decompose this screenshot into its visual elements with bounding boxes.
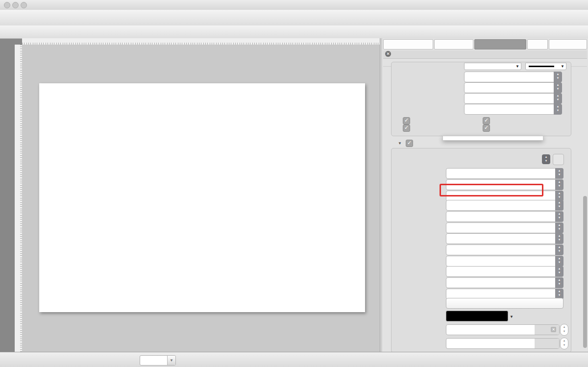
dropdown-arrow-icon: ▼ bbox=[515, 64, 519, 69]
maximize-window-icon[interactable] bbox=[21, 2, 27, 8]
line-swatch bbox=[529, 66, 554, 67]
stepper-icon bbox=[555, 200, 564, 211]
precision-stepper[interactable] bbox=[560, 338, 568, 349]
bottom-position-dropdown[interactable] bbox=[446, 277, 564, 288]
precision-input[interactable] bbox=[446, 338, 560, 349]
expression-button[interactable] bbox=[553, 154, 564, 165]
stepper-icon bbox=[554, 104, 562, 115]
stepper-icon bbox=[554, 93, 562, 104]
stepper-icon bbox=[555, 256, 564, 267]
close-panel-icon[interactable]: ✕ bbox=[385, 51, 391, 57]
item-properties-panel: ✕ ▼ ▼ ▼ bbox=[382, 38, 588, 352]
frame-style-dropdown[interactable]: ▼ bbox=[464, 63, 521, 70]
left-display-dropdown[interactable] bbox=[446, 168, 564, 179]
format-stepper-icon[interactable] bbox=[542, 154, 550, 164]
bottom-divisions-dropdown[interactable] bbox=[464, 104, 562, 115]
line-style-dropdown[interactable]: ▼ bbox=[525, 63, 566, 70]
stepper-icon bbox=[555, 222, 564, 233]
composer-window: { "titlebar": {"title": "Composer 1", "b… bbox=[0, 0, 588, 367]
top-display-dropdown[interactable] bbox=[446, 233, 564, 244]
custom-highlight-box bbox=[440, 184, 543, 196]
right-direction-dropdown[interactable] bbox=[446, 222, 564, 233]
top-direction-dropdown[interactable] bbox=[446, 256, 564, 267]
stepper-icon bbox=[555, 179, 564, 190]
bottom-side-checkbox[interactable] bbox=[483, 124, 490, 132]
atlas-toolbar bbox=[0, 25, 588, 39]
right-side-checkbox[interactable] bbox=[483, 117, 490, 124]
top-position-dropdown[interactable] bbox=[446, 245, 564, 255]
distance-input[interactable]: ✕ bbox=[446, 324, 560, 335]
font-color-swatch[interactable] bbox=[446, 311, 508, 321]
right-divisions-dropdown[interactable] bbox=[464, 82, 562, 93]
top-side-checkbox[interactable] bbox=[403, 124, 410, 132]
right-position-dropdown[interactable] bbox=[446, 211, 564, 222]
panel-scrollbar[interactable] bbox=[583, 196, 587, 348]
dropdown-arrow-icon: ▼ bbox=[167, 356, 175, 365]
collapse-arrow-icon[interactable]: ▼ bbox=[398, 141, 402, 146]
tab-atlas-generation[interactable] bbox=[383, 39, 433, 49]
stepper-icon bbox=[554, 82, 562, 93]
dropdown-arrow-icon: ▼ bbox=[561, 64, 564, 69]
tab-items[interactable] bbox=[527, 39, 548, 49]
composition-canvas[interactable] bbox=[22, 45, 380, 352]
bottom-display-dropdown[interactable] bbox=[446, 266, 564, 277]
composition-page[interactable] bbox=[39, 83, 365, 312]
format-menu bbox=[442, 136, 543, 141]
distance-stepper[interactable] bbox=[560, 324, 568, 336]
panel-tabs bbox=[383, 39, 587, 49]
stepper-icon bbox=[554, 72, 562, 82]
right-display-dropdown[interactable] bbox=[446, 200, 564, 211]
tab-composition[interactable] bbox=[434, 39, 473, 49]
tab-command-history[interactable] bbox=[549, 39, 587, 49]
statusbar: ▼ bbox=[0, 352, 588, 367]
left-side-checkbox[interactable] bbox=[403, 117, 410, 124]
minimize-window-icon[interactable] bbox=[12, 2, 19, 8]
stepper-icon bbox=[555, 233, 564, 244]
font-button[interactable] bbox=[446, 298, 564, 309]
main-toolbar bbox=[0, 10, 588, 26]
vertical-ruler bbox=[15, 45, 23, 352]
horizontal-ruler bbox=[22, 38, 380, 45]
font-color-arrow-icon[interactable]: ▼ bbox=[510, 315, 514, 319]
left-divisions-dropdown[interactable] bbox=[464, 72, 562, 82]
stepper-icon bbox=[555, 266, 564, 277]
top-divisions-dropdown[interactable] bbox=[464, 93, 562, 104]
stepper-icon bbox=[555, 245, 564, 255]
titlebar bbox=[0, 0, 588, 10]
zoom-level-combo[interactable]: ▼ bbox=[140, 355, 176, 366]
tab-item-properties[interactable] bbox=[474, 39, 526, 49]
stepper-icon bbox=[555, 211, 564, 222]
clear-icon[interactable]: ✕ bbox=[551, 327, 556, 332]
panel-header: ✕ bbox=[383, 50, 587, 59]
stepper-icon bbox=[555, 168, 564, 179]
close-window-icon[interactable] bbox=[4, 2, 10, 8]
stepper-icon bbox=[555, 277, 564, 288]
draw-coordinates-checkbox[interactable] bbox=[406, 140, 413, 147]
